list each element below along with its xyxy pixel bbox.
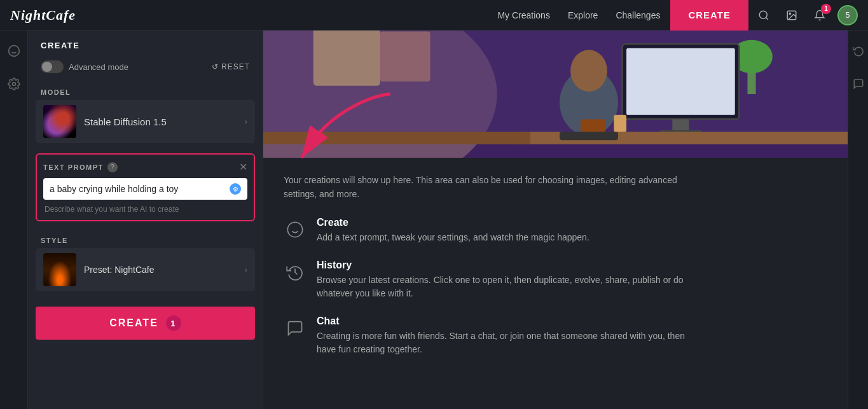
logo: NightCafe bbox=[10, 7, 76, 24]
feature-chat: Chat Creating is more fun with friends. … bbox=[284, 315, 688, 356]
notification-icon[interactable]: 1 bbox=[809, 5, 830, 25]
info-section: Your creations will show up here. This a… bbox=[263, 158, 708, 387]
svg-rect-25 bbox=[581, 119, 605, 132]
svg-rect-24 bbox=[614, 115, 626, 132]
style-thumbnail bbox=[43, 253, 76, 286]
far-right-chat-icon[interactable] bbox=[848, 74, 869, 94]
header-nav: My Creations Explore Challenges bbox=[497, 10, 660, 20]
svg-rect-16 bbox=[626, 48, 735, 115]
feature-chat-content: Chat Creating is more fun with friends. … bbox=[317, 315, 688, 356]
notification-badge: 1 bbox=[821, 4, 831, 14]
panel-title: CREATE bbox=[28, 31, 263, 55]
text-prompt-label: TEXT PROMPT bbox=[43, 163, 104, 171]
svg-rect-26 bbox=[380, 32, 431, 82]
reset-button[interactable]: ↺ RESET bbox=[212, 62, 250, 71]
feature-history-content: History Browse your latest creations. Cl… bbox=[317, 260, 688, 300]
left-panel: CREATE Advanced mode ↺ RESET MODEL Stabl… bbox=[28, 31, 263, 409]
model-section-label: MODEL bbox=[28, 83, 263, 100]
model-thumbnail bbox=[43, 105, 76, 138]
far-right-panel bbox=[848, 31, 868, 409]
help-icon[interactable]: ? bbox=[107, 162, 118, 172]
create-count-badge: 1 bbox=[166, 315, 181, 331]
sidebar-icons bbox=[0, 31, 28, 409]
prompt-input-wrapper: ⚙ bbox=[43, 178, 247, 200]
svg-point-0 bbox=[759, 11, 767, 18]
svg-rect-20 bbox=[263, 132, 530, 144]
text-prompt-header: TEXT PROMPT ? ✕ bbox=[43, 161, 247, 173]
svg-line-1 bbox=[766, 17, 768, 19]
nav-challenges[interactable]: Challenges bbox=[616, 10, 660, 20]
feature-history-desc: Browse your latest creations. Click one … bbox=[317, 274, 688, 300]
toggle-knob bbox=[42, 62, 52, 72]
style-section-label: STYLE bbox=[28, 232, 263, 248]
advanced-mode-label: Advanced mode bbox=[69, 62, 128, 72]
header-create-button[interactable]: CREATE bbox=[670, 0, 748, 31]
feature-history: History Browse your latest creations. Cl… bbox=[284, 260, 688, 300]
nav-explore[interactable]: Explore bbox=[568, 10, 598, 20]
text-prompt-label-row: TEXT PROMPT ? bbox=[43, 162, 118, 172]
feature-chat-desc: Creating is more fun with friends. Start… bbox=[317, 329, 688, 356]
style-name: Preset: NightCafe bbox=[84, 265, 237, 275]
avatar-badge: 5 bbox=[846, 11, 850, 20]
feature-create-desc: Add a text prompt, tweak your settings, … bbox=[317, 231, 589, 244]
advanced-mode-toggle[interactable] bbox=[41, 60, 64, 73]
toggle-row: Advanced mode bbox=[41, 60, 128, 73]
model-chevron-icon: › bbox=[244, 116, 247, 127]
main-layout: CREATE Advanced mode ↺ RESET MODEL Stabl… bbox=[0, 31, 868, 409]
text-prompt-input[interactable] bbox=[50, 184, 226, 194]
text-prompt-section: TEXT PROMPT ? ✕ ⚙ Describe what you want… bbox=[36, 153, 255, 221]
style-chevron-icon: › bbox=[244, 265, 247, 275]
settings-icon[interactable] bbox=[4, 74, 24, 94]
svg-point-7 bbox=[12, 83, 15, 86]
feature-create-content: Create Add a text prompt, tweak your set… bbox=[317, 217, 589, 244]
svg-rect-17 bbox=[672, 119, 689, 132]
create-icon bbox=[284, 218, 307, 241]
feature-history-title: History bbox=[317, 260, 688, 271]
picture-icon[interactable] bbox=[782, 5, 802, 25]
svg-point-27 bbox=[287, 222, 302, 237]
model-card[interactable]: Stable Diffusion 1.5 › bbox=[36, 100, 255, 143]
right-panel: Your creations will show up here. This a… bbox=[263, 31, 848, 409]
feature-create-title: Create bbox=[317, 217, 589, 228]
create-panel-button[interactable]: CREATE 1 bbox=[36, 307, 255, 340]
avatar[interactable]: 5 bbox=[837, 5, 858, 25]
svg-point-22 bbox=[570, 50, 607, 92]
feature-create: Create Add a text prompt, tweak your set… bbox=[284, 217, 688, 244]
far-right-history-icon[interactable] bbox=[848, 41, 869, 61]
svg-rect-12 bbox=[313, 31, 380, 86]
history-icon bbox=[284, 261, 307, 284]
header: NightCafe My Creations Explore Challenge… bbox=[0, 0, 868, 31]
reset-icon: ↺ bbox=[212, 62, 219, 71]
nav-my-creations[interactable]: My Creations bbox=[497, 10, 549, 20]
header-icons: 1 5 bbox=[754, 5, 858, 25]
info-intro: Your creations will show up here. This a… bbox=[284, 173, 688, 202]
feature-chat-title: Chat bbox=[317, 315, 688, 327]
model-name: Stable Diffusion 1.5 bbox=[84, 116, 237, 127]
svg-point-3 bbox=[789, 13, 790, 14]
clear-prompt-icon[interactable]: ✕ bbox=[239, 161, 247, 173]
prompt-hint: Describe what you want the AI to create bbox=[43, 205, 247, 214]
hero-scene-svg bbox=[263, 31, 848, 158]
style-card[interactable]: Preset: NightCafe › bbox=[36, 248, 255, 291]
advanced-mode-row: Advanced mode ↺ RESET bbox=[28, 55, 263, 83]
reset-label: RESET bbox=[221, 62, 250, 71]
svg-point-4 bbox=[8, 46, 19, 57]
prompt-settings-icon[interactable]: ⚙ bbox=[230, 183, 241, 195]
create-panel-label: CREATE bbox=[109, 317, 158, 329]
svg-rect-23 bbox=[560, 132, 618, 140]
hero-image bbox=[263, 31, 848, 158]
face-icon[interactable] bbox=[4, 41, 24, 61]
search-icon[interactable] bbox=[754, 5, 774, 25]
chat-icon bbox=[284, 317, 307, 340]
